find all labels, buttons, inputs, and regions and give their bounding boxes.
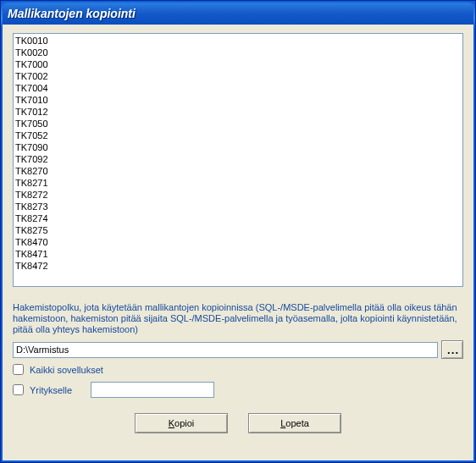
list-item[interactable]: TK0020 [15, 47, 461, 58]
quit-button-text: opeta [285, 418, 309, 428]
all-apps-label: Kaikki sovellukset [30, 365, 103, 375]
quit-button[interactable]: Lopeta [248, 413, 341, 433]
list-item[interactable]: TK7092 [15, 153, 461, 165]
list-item[interactable]: TK7090 [15, 141, 461, 153]
all-apps-checkbox[interactable] [13, 364, 24, 375]
for-company-label: Yritykselle [30, 385, 72, 395]
list-item[interactable]: TK8270 [15, 165, 461, 177]
path-description: Hakemistopolku, jota käytetään mallikant… [13, 302, 463, 335]
dialog-window: Mallikantojen kopiointi TK0010TK0020TK70… [0, 0, 476, 463]
list-item[interactable]: TK8274 [15, 212, 461, 224]
list-item[interactable]: TK7000 [15, 58, 461, 70]
copy-button-text: opioi [174, 418, 194, 428]
database-listbox[interactable]: TK0010TK0020TK7000TK7002TK7004TK7010TK70… [13, 33, 463, 287]
copy-button[interactable]: Kopioi [135, 413, 228, 433]
company-input[interactable] [91, 382, 214, 398]
button-row: Kopioi Lopeta [13, 413, 463, 433]
list-item[interactable]: TK7010 [15, 94, 461, 106]
list-item[interactable]: TK7050 [15, 118, 461, 130]
client-area: TK0010TK0020TK7000TK7002TK7004TK7010TK70… [3, 25, 473, 460]
copy-button-accel: K [169, 418, 174, 428]
list-item[interactable]: TK8271 [15, 177, 461, 189]
list-item[interactable]: TK7004 [15, 82, 461, 94]
list-item[interactable]: TK8471 [15, 248, 461, 260]
list-item[interactable]: TK0010 [15, 35, 461, 47]
list-item[interactable]: TK8272 [15, 189, 461, 201]
path-row: ... [13, 340, 463, 359]
for-company-row: Yritykselle [13, 382, 463, 398]
list-item[interactable]: TK8275 [15, 224, 461, 236]
list-item[interactable]: TK8472 [15, 260, 461, 272]
list-item[interactable]: TK7012 [15, 106, 461, 118]
path-input[interactable] [13, 342, 438, 358]
list-item[interactable]: TK7052 [15, 130, 461, 141]
for-company-checkbox[interactable] [13, 384, 24, 395]
list-item[interactable]: TK8273 [15, 201, 461, 212]
all-apps-row: Kaikki sovellukset [13, 364, 463, 375]
titlebar: Mallikantojen kopiointi [3, 3, 473, 25]
list-item[interactable]: TK7002 [15, 70, 461, 82]
list-item[interactable]: TK8470 [15, 236, 461, 248]
browse-button[interactable]: ... [441, 340, 463, 359]
window-title: Mallikantojen kopiointi [8, 7, 136, 20]
